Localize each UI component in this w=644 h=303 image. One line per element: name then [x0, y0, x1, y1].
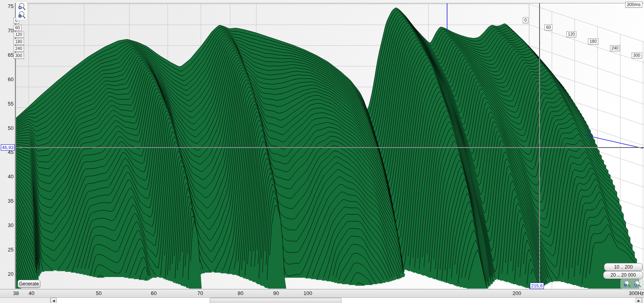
scrollbar-left-arrow[interactable]: ◀ — [50, 298, 57, 303]
time-label-right: 240 — [610, 45, 620, 51]
db-tick-label: 55 — [1, 100, 14, 106]
waterfall-plot-canvas[interactable] — [0, 0, 644, 303]
zoom-in-tray-icon[interactable] — [633, 280, 642, 288]
scrollbar-right-arrow[interactable]: ▶ — [636, 298, 642, 303]
zoom-out-tray-icon[interactable] — [623, 280, 632, 288]
db-tick-label: 65 — [1, 52, 14, 58]
db-tick-label: 60 — [1, 76, 14, 82]
zoom-out-icon[interactable] — [17, 11, 26, 19]
frequency-tick-label: 300Hz — [629, 290, 644, 296]
time-label-right: 0 — [523, 17, 528, 23]
cursor-frequency-readout: 215,6 — [530, 283, 544, 289]
frequency-range-20-20000-button[interactable]: 20 .. 20 000 — [603, 271, 643, 279]
time-axis-unit-label: 300ms — [625, 2, 642, 8]
frequency-tick-label: 200 — [513, 290, 522, 296]
frequency-tick-label: 40 — [28, 290, 34, 296]
time-label-left: 180 — [14, 39, 24, 45]
db-tick-label: 75 — [1, 3, 14, 9]
zoom-in-icon[interactable] — [17, 2, 26, 11]
time-label-left: 300 — [14, 53, 24, 59]
frequency-tick-label: 50 — [96, 290, 102, 296]
time-label-right: 120 — [566, 31, 577, 37]
time-label-left: 120 — [14, 32, 24, 38]
db-tick-label: 50 — [1, 125, 14, 131]
frequency-tick-label: 90 — [273, 290, 279, 296]
frequency-tick-label: 100 — [303, 290, 312, 296]
time-label-right: 180 — [588, 38, 598, 44]
zoom-controls-panel — [16, 1, 28, 20]
db-tick-label: 70 — [1, 27, 14, 33]
db-tick-label: 30 — [1, 222, 14, 228]
db-tick-label: 20 — [1, 271, 14, 277]
cursor-level-readout: 45,93 — [1, 144, 15, 151]
frequency-tick-label: 38 — [13, 290, 19, 296]
db-tick-label: 35 — [1, 198, 14, 204]
frequency-tick-label: 60 — [151, 290, 156, 296]
frequency-tick-label: 80 — [238, 290, 243, 296]
horizontal-scrollbar[interactable]: ◀ ▶ — [50, 297, 642, 303]
zoom-tray-panel — [620, 279, 644, 289]
db-tick-label: 25 — [1, 247, 14, 253]
time-label-left: 240 — [14, 46, 24, 52]
waterfall-window: 757065605550454035302520 384050607080901… — [0, 0, 644, 303]
scrollbar-thumb[interactable] — [210, 298, 341, 303]
generate-button[interactable]: Generate — [18, 280, 40, 288]
time-label-right: 300 — [632, 52, 642, 58]
db-tick-label: 40 — [1, 173, 14, 179]
time-label-left: 60 — [14, 25, 22, 31]
frequency-tick-label: 70 — [197, 290, 203, 296]
frequency-range-10-200-button[interactable]: 10 .. 200 — [604, 263, 643, 271]
time-label-right: 60 — [544, 24, 552, 30]
